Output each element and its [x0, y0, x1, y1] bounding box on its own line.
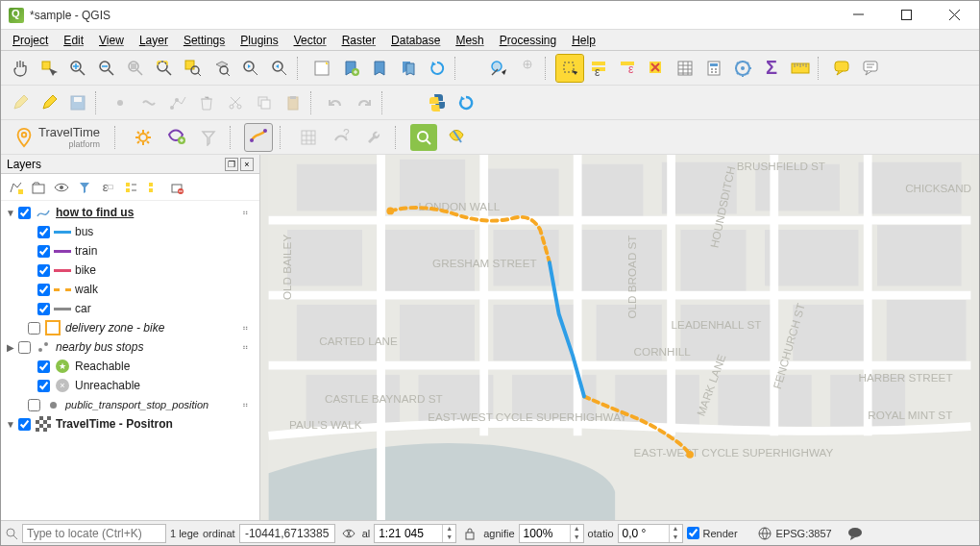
tree-nearby[interactable]: ▶ nearby bus stops ⠶: [1, 337, 259, 357]
new-bookmark-icon[interactable]: [337, 55, 364, 82]
measure-icon[interactable]: [787, 55, 814, 82]
select-expr-icon[interactable]: ε: [614, 55, 641, 82]
panel-float-icon[interactable]: ❐: [225, 158, 238, 171]
layer-remove-icon[interactable]: [166, 177, 187, 198]
rot-spin[interactable]: ▲▼: [618, 524, 683, 543]
select-value-icon[interactable]: ε: [585, 55, 612, 82]
tree-root[interactable]: ▼ how to find us ⠶: [1, 203, 259, 222]
zoom-full-icon[interactable]: [151, 55, 178, 82]
unreachable-checkbox[interactable]: [37, 380, 50, 392]
toolbox-icon[interactable]: [729, 55, 756, 82]
menu-mesh[interactable]: Mesh: [448, 32, 491, 49]
layer-style-icon[interactable]: [5, 177, 26, 198]
plugin-refresh-icon[interactable]: [453, 89, 479, 116]
legend-bus[interactable]: bus: [1, 222, 259, 241]
add-point-icon[interactable]: [107, 89, 134, 116]
walk-checkbox[interactable]: [37, 284, 50, 296]
root-checkbox[interactable]: [18, 207, 31, 219]
menu-vector[interactable]: Vector: [286, 32, 334, 49]
layer-add-group-icon[interactable]: [28, 177, 49, 198]
pan-icon[interactable]: [7, 55, 34, 82]
scale-spin[interactable]: ▲▼: [374, 524, 456, 543]
tree-base[interactable]: ▼ TravelTime - Positron: [1, 414, 259, 434]
redo-icon[interactable]: [351, 89, 378, 116]
render-checkbox[interactable]: [687, 527, 699, 539]
train-checkbox[interactable]: [37, 245, 50, 258]
mag-spin[interactable]: ▲▼: [519, 524, 584, 543]
tree-delivery[interactable]: delivery zone - bike ⠶: [1, 318, 259, 337]
tt-unknown1-icon[interactable]: ?: [328, 124, 355, 151]
tt-isochrone-icon[interactable]: [162, 124, 189, 151]
edits-icon[interactable]: [7, 89, 34, 116]
traveltime-brand[interactable]: TravelTime platform: [7, 122, 107, 152]
statistics-icon[interactable]: Σ: [758, 55, 785, 82]
save-edits-icon[interactable]: [64, 89, 91, 116]
map-canvas[interactable]: LONDON WALL GRESHAM STREET CARTED LANE C…: [260, 155, 979, 520]
menu-layer[interactable]: Layer: [132, 32, 176, 49]
menu-project[interactable]: Project: [5, 32, 56, 49]
zoom-last-icon[interactable]: [237, 55, 264, 82]
refresh-icon[interactable]: [424, 55, 451, 82]
pan-selection-icon[interactable]: [36, 55, 62, 82]
cut-icon[interactable]: [222, 89, 249, 116]
tt-filter-icon[interactable]: [195, 124, 222, 151]
map-tips-icon[interactable]: [829, 55, 856, 82]
maximize-button[interactable]: [889, 2, 923, 29]
menu-edit[interactable]: Edit: [56, 32, 91, 49]
tt-search-icon[interactable]: [410, 124, 437, 151]
deselect-icon[interactable]: [643, 55, 670, 82]
delivery-checkbox[interactable]: [28, 322, 40, 335]
legend-walk[interactable]: walk: [1, 280, 259, 299]
field-calc-icon[interactable]: [700, 55, 727, 82]
legend-bike[interactable]: bike: [1, 261, 259, 280]
actions-icon[interactable]: [514, 55, 541, 82]
paste-icon[interactable]: [280, 89, 306, 116]
extents-icon[interactable]: [339, 524, 358, 543]
car-checkbox[interactable]: [37, 303, 50, 315]
toggle-edit-icon[interactable]: [36, 89, 62, 116]
tt-help-icon[interactable]: [443, 124, 470, 151]
identify-icon[interactable]: [485, 55, 512, 82]
legend-reachable[interactable]: ★ Reachable: [1, 357, 259, 376]
layer-visibility-icon[interactable]: [51, 177, 72, 198]
select-rect-icon[interactable]: [556, 55, 583, 82]
layer-collapse-icon[interactable]: [143, 177, 164, 198]
messages-icon[interactable]: [847, 526, 863, 541]
zoom-selection-icon[interactable]: [180, 55, 207, 82]
menu-settings[interactable]: Settings: [176, 32, 233, 49]
crs-text[interactable]: EPSG:3857: [776, 528, 832, 539]
menu-plugins[interactable]: Plugins: [233, 32, 285, 49]
layer-expr-icon[interactable]: ε□: [97, 177, 118, 198]
tt-wrench-icon[interactable]: [360, 124, 387, 151]
tt-route-icon[interactable]: [245, 124, 272, 151]
minimize-button[interactable]: [841, 2, 875, 29]
zoom-next-icon[interactable]: [266, 55, 293, 82]
menu-processing[interactable]: Processing: [492, 32, 564, 49]
nearby-checkbox[interactable]: [18, 341, 31, 354]
menu-raster[interactable]: Raster: [334, 32, 383, 49]
undo-icon[interactable]: [322, 89, 349, 116]
tt-settings-icon[interactable]: [130, 124, 157, 151]
reachable-checkbox[interactable]: [37, 360, 50, 373]
zoom-out-icon[interactable]: [93, 55, 120, 82]
bike-checkbox[interactable]: [37, 264, 50, 277]
copy-icon[interactable]: [251, 89, 278, 116]
annotation-icon[interactable]: [858, 55, 885, 82]
bus-checkbox[interactable]: [37, 226, 50, 238]
panel-close-icon[interactable]: ×: [240, 158, 254, 171]
legend-unreachable[interactable]: × Unreachable: [1, 376, 259, 395]
crs-icon[interactable]: [757, 526, 772, 541]
menu-help[interactable]: Help: [564, 32, 603, 49]
layer-expand-icon[interactable]: [120, 177, 141, 198]
close-button[interactable]: [937, 2, 971, 29]
new-map-icon[interactable]: [308, 55, 335, 82]
vertex-tool-icon[interactable]: [164, 89, 191, 116]
attr-table-icon[interactable]: [672, 55, 698, 82]
bookmarks-icon[interactable]: [395, 55, 422, 82]
python-icon[interactable]: [424, 89, 451, 116]
menu-view[interactable]: View: [91, 32, 132, 49]
add-line-icon[interactable]: [135, 89, 162, 116]
zoom-layer-icon[interactable]: [208, 55, 235, 82]
coord-input[interactable]: [239, 524, 335, 543]
temporal-icon[interactable]: [366, 55, 393, 82]
